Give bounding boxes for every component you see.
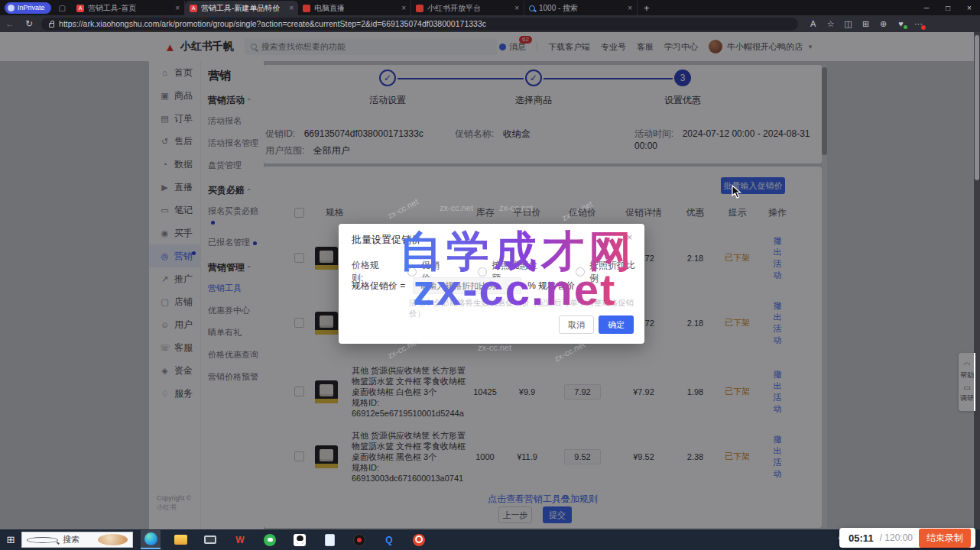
taskbar-search-placeholder: 搜索: [63, 534, 92, 545]
minimize-button[interactable]: ─: [916, 0, 937, 15]
taskbar-icon-file-explorer[interactable]: [170, 530, 190, 549]
refresh-icon[interactable]: ↻: [25, 18, 33, 29]
tab-title: 营销工具-首页: [88, 3, 171, 14]
browser-tab[interactable]: 1000 - 搜索×: [524, 1, 638, 15]
edge-icon: [144, 532, 157, 545]
close-button[interactable]: ×: [959, 0, 980, 15]
wps-icon: W: [233, 533, 247, 547]
window-scrollbar[interactable]: [974, 32, 980, 529]
taskbar-icon-display[interactable]: [200, 530, 220, 549]
start-button[interactable]: ⊞: [0, 534, 21, 545]
taskbar-icon-wps[interactable]: W: [230, 530, 250, 549]
screen: InPrivate ▢ A营销工具-首页×A营销工具-新建单品特价×电脑直播×小…: [0, 0, 980, 550]
modal-title: 批量设置促销价: [352, 233, 421, 247]
qq-browser-icon: Q: [382, 533, 396, 547]
recorder-icon: [413, 534, 425, 546]
taskbar-icon-qq[interactable]: [290, 530, 310, 549]
green-dot: [904, 25, 907, 29]
formula-suffix: % 规格售价: [527, 280, 575, 293]
browser-tab-strip: InPrivate ▢ A营销工具-首页×A营销工具-新建单品特价×电脑直播×小…: [0, 0, 980, 15]
tab-close-icon[interactable]: ×: [175, 4, 180, 12]
taskbar: ⊞ 搜索 WQ ^: [0, 529, 980, 550]
browser-tab[interactable]: A营销工具-新建单品特价×: [185, 1, 298, 15]
recording-widget: 05:11 / 120:00 结束录制: [839, 528, 975, 548]
browser-toolbar: ← ↻ https://ark.xiaohongshu.com/ark/prom…: [0, 15, 980, 32]
maximize-button[interactable]: □: [937, 0, 959, 15]
tab-list: A营销工具-首页×A营销工具-新建单品特价×电脑直播×小红书开放平台×1000 …: [72, 0, 638, 15]
read-aloud-icon[interactable]: A: [804, 19, 822, 28]
discount-ratio-input[interactable]: [413, 277, 521, 294]
close-icon[interactable]: ×: [626, 231, 632, 243]
back-icon[interactable]: ←: [5, 18, 15, 29]
lock-icon: [49, 23, 54, 28]
new-tab-button[interactable]: +: [644, 2, 650, 14]
extensions-icon[interactable]: ⊕: [875, 19, 892, 29]
cancel-button[interactable]: 取消: [559, 315, 594, 334]
notes-icon: [325, 534, 335, 546]
taskbar-search[interactable]: 搜索: [21, 532, 133, 548]
tab-close-icon[interactable]: ×: [289, 4, 294, 12]
recording-time: 05:11: [849, 532, 874, 544]
file-explorer-icon: [174, 535, 187, 545]
price-rule-radio[interactable]: 按照折扣比例: [576, 259, 644, 285]
search-blue-favicon: [529, 5, 535, 11]
web-page: ▲ 小红书千帆 消息 62 下载客户端专业号客服学习中心 牛小帽很开心鸭的店 ▼: [0, 32, 980, 529]
taskbar-icon-qq-browser[interactable]: Q: [379, 530, 399, 549]
radio-icon: [478, 267, 487, 277]
collections-icon[interactable]: ⊞: [857, 19, 875, 29]
notification-dot: [921, 25, 926, 30]
batch-price-modal: 批量设置促销价 × 价格规则: 促销价按照优惠金额按照折扣比例 规格促销价 = …: [339, 224, 644, 344]
red-app-favicon: [303, 5, 310, 12]
radio-label: 按照折扣比例: [589, 259, 644, 285]
favorites-icon[interactable]: ☆: [822, 19, 839, 29]
taskbar-icon-wechat[interactable]: [260, 530, 280, 549]
xhs-red-favicon: A: [190, 5, 197, 12]
tab-close-icon[interactable]: ×: [401, 4, 406, 12]
toolbar-icons: A☆◫⊞⊕♥⋯: [804, 19, 927, 29]
display-icon: [204, 535, 216, 544]
browser-tab[interactable]: A营销工具-首页×: [72, 1, 185, 15]
browser-essentials-icon[interactable]: ♥: [892, 19, 910, 28]
window-controls: ─□×: [916, 0, 980, 15]
url-text[interactable]: https://ark.xiaohongshu.com/ark/promotio…: [59, 19, 486, 28]
tab-title: 电脑直播: [314, 3, 398, 14]
tab-close-icon[interactable]: ×: [628, 4, 632, 12]
split-screen-icon[interactable]: ◫: [839, 19, 857, 29]
taskbar-icon-notes[interactable]: [320, 530, 339, 549]
tab-title: 小红书开放平台: [427, 3, 511, 14]
red-app-favicon: [416, 5, 423, 12]
daily-image-icon[interactable]: [98, 534, 128, 545]
address-bar[interactable]: https://ark.xiaohongshu.com/ark/promotio…: [41, 18, 798, 31]
tab-actions-icon[interactable]: ▢: [59, 4, 66, 12]
recording-total: / 120:00: [880, 532, 913, 543]
stop-recording-button[interactable]: 结束录制: [919, 529, 971, 548]
player-icon: [353, 534, 365, 546]
taskbar-icons: WQ: [141, 530, 429, 549]
inprivate-badge: InPrivate: [5, 2, 51, 14]
formula-row: 规格促销价 = % 规格售价: [352, 277, 575, 294]
radio-icon: [407, 267, 417, 277]
taskbar-icon-recorder[interactable]: [409, 530, 429, 549]
xhs-red-favicon: A: [76, 5, 84, 12]
tab-close-icon[interactable]: ×: [514, 4, 519, 12]
profile-icon: [8, 5, 15, 11]
tab-title: 1000 - 搜索: [539, 3, 624, 14]
radio-icon: [576, 267, 585, 277]
formula-label: 规格促销价 =: [352, 280, 405, 293]
browser-tab[interactable]: 小红书开放平台×: [411, 1, 524, 15]
taskbar-icon-edge[interactable]: [141, 530, 161, 549]
settings-more-icon[interactable]: ⋯: [910, 19, 927, 29]
tab-title: 营销工具-新建单品特价: [201, 3, 285, 14]
browser-tab[interactable]: 电脑直播×: [298, 1, 411, 15]
inprivate-label: InPrivate: [18, 4, 45, 11]
window-scrollbar-thumb[interactable]: [975, 35, 979, 180]
confirm-button[interactable]: 确定: [599, 315, 634, 334]
taskbar-icon-player[interactable]: [349, 530, 369, 549]
search-icon: [27, 537, 58, 543]
wechat-icon: [264, 534, 276, 546]
qq-icon: [294, 534, 306, 546]
